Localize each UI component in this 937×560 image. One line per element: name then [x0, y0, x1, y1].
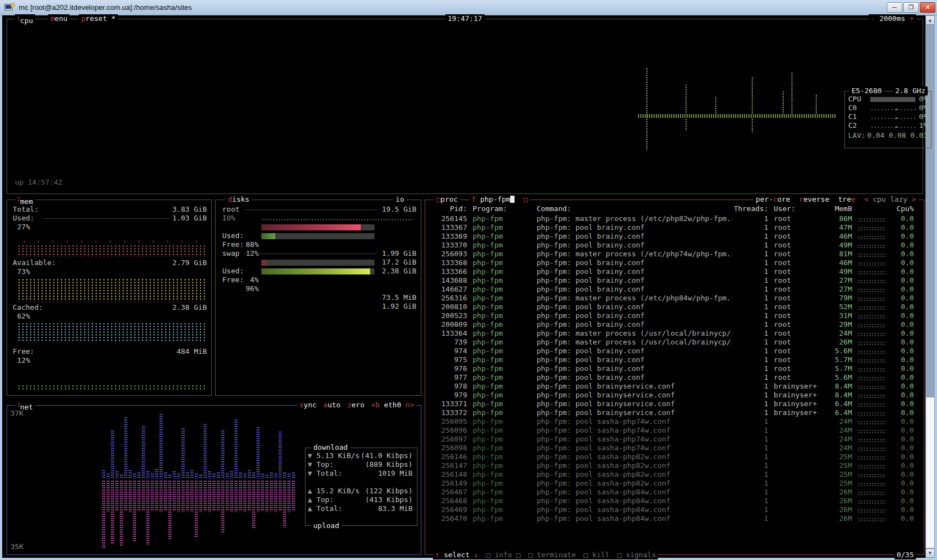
preset-button[interactable]: preset * [79, 14, 118, 23]
reverse-toggle[interactable]: reverse [799, 195, 829, 204]
interval-plus-button[interactable]: + [909, 14, 914, 23]
process-row[interactable]: 256146php-fpmphp-fpm: pool sasha-php82w.… [425, 453, 924, 461]
process-row[interactable]: 133370php-fpmphp-fpm: pool brainy.conf1r… [425, 241, 924, 250]
scrollbar-thumb[interactable] [925, 397, 935, 548]
process-row[interactable]: 978php-fpmphp-fpm: pool brainyservice.co… [425, 382, 924, 391]
mem-cached-pct: 62% [17, 312, 30, 321]
interval-minus-button[interactable]: - [871, 14, 875, 23]
close-button[interactable]: ✕ [920, 2, 935, 13]
disk-root-io-graph [261, 218, 414, 221]
putty-window-icon[interactable]: ⚡ [4, 3, 15, 13]
net-upload-column [128, 480, 132, 512]
net-download-column [208, 471, 211, 478]
info-button[interactable]: □ info □ [486, 551, 521, 559]
column-pid[interactable]: Pid: [432, 204, 467, 213]
net-upload-column [195, 480, 198, 537]
process-row[interactable]: 256470php-fpmphp-fpm: pool sasha-php84w.… [425, 514, 924, 523]
process-row[interactable]: 975php-fpmphp-fpm: pool brainy.conf1root… [425, 356, 924, 364]
net-download-column [283, 472, 286, 478]
process-pid: 200523 [432, 311, 467, 320]
process-row[interactable]: 976php-fpmphp-fpm: pool brainy.conf1root… [425, 364, 924, 373]
net-upload-column [256, 480, 260, 512]
maximize-button[interactable]: ❐ [903, 2, 919, 13]
column-command[interactable]: Command: [537, 204, 732, 213]
cpu-panel-title[interactable]: 1cpu [15, 14, 35, 25]
disks-io-mode[interactable]: io [393, 195, 406, 204]
proc-filter[interactable]: f php-fpm □ [469, 195, 530, 204]
process-pid: 133366 [432, 267, 467, 276]
process-row[interactable]: 133366php-fpmphp-fpm: pool brainy.conf1r… [425, 267, 924, 276]
kill-button[interactable]: □ kill [583, 551, 609, 559]
net-interface-switch[interactable]: <b eth0 n> [371, 401, 414, 410]
process-row[interactable]: 256145php-fpmphp-fpm: master process (/e… [425, 214, 924, 223]
window-titlebar[interactable]: ⚡ mc [root@a202.itdeveloper.com.ua]:/hom… [0, 0, 937, 15]
upload-top-value: (413 Kibps) [365, 496, 413, 504]
process-row[interactable]: 133372php-fpmphp-fpm: pool brainyservice… [425, 408, 924, 417]
process-cpu-spark [858, 279, 886, 283]
net-graph [102, 408, 298, 551]
process-cpu: 0.0 [890, 259, 914, 267]
disk-swap-size: 1.99 GiB [382, 249, 416, 258]
application-window: ⚡ mc [root@a202.itdeveloper.com.ua]:/hom… [0, 0, 937, 560]
process-user: root [774, 320, 827, 329]
column-cpu[interactable]: Cpu% [890, 204, 914, 213]
net-zero-button[interactable]: zero [347, 401, 364, 410]
process-cpu: 0.0 [890, 453, 914, 461]
column-program[interactable]: Program: [473, 204, 532, 213]
process-row[interactable]: 256316php-fpmphp-fpm: master process (/e… [425, 294, 924, 303]
process-row[interactable]: 256095php-fpmphp-fpm: pool sasha-php74w.… [425, 417, 924, 426]
process-row[interactable]: 133369php-fpmphp-fpm: pool brainy.conf1r… [425, 232, 924, 241]
process-row[interactable]: 256147php-fpmphp-fpm: pool sasha-php82w.… [425, 461, 924, 470]
process-cpu-spark [858, 394, 886, 398]
process-row[interactable]: 977php-fpmphp-fpm: pool brainy.conf1root… [425, 373, 924, 382]
process-user: brainyser+ [774, 382, 827, 391]
process-row[interactable]: 256098php-fpmphp-fpm: pool sasha-php74w.… [425, 444, 924, 453]
column-threads[interactable]: Threads: [732, 204, 768, 213]
process-row[interactable]: 200810php-fpmphp-fpm: pool brainy.conf1r… [425, 303, 924, 311]
process-pid: 256093 [432, 250, 467, 259]
disks-panel-title[interactable]: disks [226, 195, 251, 204]
process-row[interactable]: 256149php-fpmphp-fpm: pool sasha-php82w.… [425, 479, 924, 488]
sort-column-selector[interactable]: < cpu lazy > [864, 195, 916, 204]
signals-button[interactable]: □ signals [617, 551, 656, 559]
select-control[interactable]: ↑ select ↓ [435, 551, 478, 559]
process-row[interactable]: 256468php-fpmphp-fpm: pool sasha-php84w.… [425, 497, 924, 505]
net-auto-button[interactable]: auto [323, 401, 340, 410]
process-row[interactable]: 146627php-fpmphp-fpm: pool brainy.conf1r… [425, 285, 924, 294]
process-cmd: php-fpm: pool brainy.conf [537, 320, 732, 329]
process-row[interactable]: 256093php-fpmphp-fpm: master process (/e… [425, 250, 924, 259]
net-upload-column [199, 480, 202, 512]
process-cpu-spark [858, 482, 886, 486]
process-prog: php-fpm [473, 488, 532, 497]
process-row[interactable]: 200809php-fpmphp-fpm: pool brainy.conf1r… [425, 320, 924, 329]
process-row[interactable]: 200523php-fpmphp-fpm: pool brainy.conf1r… [425, 311, 924, 320]
process-row[interactable]: 974php-fpmphp-fpm: pool brainy.conf1root… [425, 347, 924, 356]
process-row[interactable]: 256148php-fpmphp-fpm: pool sasha-php82w.… [425, 470, 924, 479]
menu-button[interactable]: menu [48, 14, 69, 23]
proc-panel-title[interactable]: □proc [434, 195, 460, 204]
process-cmd: php-fpm: pool brainy.conf [537, 303, 732, 311]
process-row[interactable]: 739php-fpmphp-fpm: master process (/usr/… [425, 338, 924, 347]
process-row[interactable]: 256467php-fpmphp-fpm: pool sasha-php84w.… [425, 488, 924, 497]
scroll-up-icon[interactable]: ▲ [925, 15, 935, 25]
net-scale-bottom: 35K [10, 542, 23, 551]
terminate-button[interactable]: □ terminate [528, 551, 576, 559]
up-arrow-icon: ▲ [308, 487, 312, 495]
net-download-column [199, 474, 202, 478]
column-user[interactable]: User: [774, 204, 827, 213]
process-row[interactable]: 143688php-fpmphp-fpm: pool brainy.conf1r… [425, 276, 924, 285]
process-row[interactable]: 133364php-fpmphp-fpm: master process (/u… [425, 329, 924, 338]
process-row[interactable]: 979php-fpmphp-fpm: pool brainyservice.co… [425, 391, 924, 400]
process-row[interactable]: 133371php-fpmphp-fpm: pool brainyservice… [425, 400, 924, 408]
process-row[interactable]: 256097php-fpmphp-fpm: pool sasha-php74w.… [425, 435, 924, 444]
process-row[interactable]: 256096php-fpmphp-fpm: pool sasha-php74w.… [425, 426, 924, 435]
process-row[interactable]: 133367php-fpmphp-fpm: pool brainy.conf1r… [425, 223, 924, 232]
column-memb[interactable]: MemB [827, 204, 852, 213]
per-core-toggle[interactable]: per-core [756, 195, 790, 204]
net-sync-button[interactable]: sync [299, 401, 317, 410]
scroll-down-icon[interactable]: ▼ [925, 548, 935, 558]
tree-toggle[interactable]: tree [838, 195, 855, 204]
process-row[interactable]: 256469php-fpmphp-fpm: pool sasha-php84w.… [425, 505, 924, 514]
process-row[interactable]: 133368php-fpmphp-fpm: pool brainy.conf1r… [425, 259, 924, 267]
minimize-button[interactable]: ─ [887, 2, 902, 13]
